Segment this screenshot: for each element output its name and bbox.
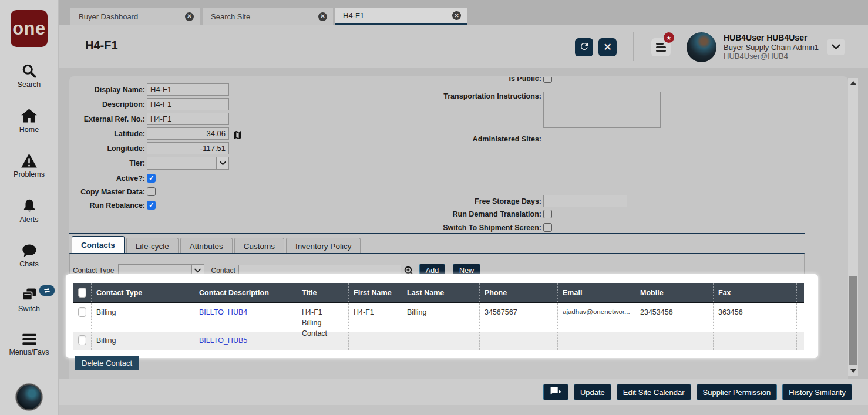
external-ref-input[interactable] <box>147 113 229 125</box>
column-header[interactable]: Title <box>297 283 348 302</box>
free-storage-days-input[interactable] <box>543 195 627 207</box>
transportation-instructions-textarea[interactable] <box>543 92 661 128</box>
switch-version-badge[interactable] <box>39 285 55 296</box>
description-input[interactable] <box>147 98 229 110</box>
assistant-avatar-button[interactable] <box>16 384 42 410</box>
active-checkbox[interactable] <box>147 174 156 183</box>
column-header[interactable]: Email <box>557 283 635 302</box>
row-checkbox[interactable] <box>78 307 86 317</box>
section-tabs: Contacts Life-cycle Attributes Customs I… <box>72 236 361 254</box>
tab-customs[interactable]: Customs <box>234 238 284 254</box>
sidebar-item-chats[interactable]: Chats <box>0 241 58 268</box>
cell-email: ajadhav@onenetwor... <box>557 303 635 329</box>
field-transportation: Transportation Instructions: <box>398 92 541 100</box>
column-header[interactable]: Contact Type <box>91 283 194 302</box>
sidebar-item-alerts[interactable]: Alerts <box>0 196 58 224</box>
copy-master-checkbox[interactable] <box>147 187 156 196</box>
cell-title: H4-F1 Billing Contact <box>297 303 348 329</box>
tab-life-cycle[interactable]: Life-cycle <box>126 238 179 254</box>
run-rebalance-checkbox[interactable] <box>147 201 156 210</box>
contact-description-link[interactable]: BILLTO_HUB4 <box>199 307 247 318</box>
field-label: Description: <box>76 100 145 109</box>
field-latitude: Latitude: <box>76 127 229 140</box>
field-label: Switch To Shipment Screen: <box>398 224 541 232</box>
table-row[interactable]: Billing BILLTO_HUB4 H4-F1 Billing Contac… <box>73 303 804 329</box>
tab-label: Buyer Dashboard <box>79 12 138 21</box>
map-icon[interactable] <box>233 131 243 143</box>
field-is-public-clipped: Is Public: <box>405 77 628 86</box>
tab-attributes[interactable]: Attributes <box>180 238 233 254</box>
select-all-checkbox[interactable] <box>78 288 86 298</box>
refresh-button[interactable] <box>575 38 593 56</box>
sidebar-item-label: Chats <box>19 260 39 268</box>
vertical-scrollbar[interactable] <box>848 78 858 376</box>
cell-contact-type: Billing <box>91 303 194 329</box>
supplier-permission-button[interactable]: Supplier Permission <box>697 384 778 400</box>
tab-label: Attributes <box>190 242 223 251</box>
scroll-down-arrow[interactable] <box>848 366 858 376</box>
column-header[interactable]: Contact Description <box>194 283 297 302</box>
scrollbar-thumb[interactable] <box>849 276 857 365</box>
cell-fax <box>713 332 796 350</box>
contact-description-link[interactable]: BILLTO_HUB5 <box>199 335 247 346</box>
field-label: Is Public: <box>405 77 541 83</box>
switch-shipment-checkbox[interactable] <box>543 223 552 232</box>
sidebar-item-menus-favs[interactable]: Menus/Favs <box>0 329 58 356</box>
is-public-checkbox[interactable] <box>543 77 552 83</box>
column-header[interactable]: Fax <box>713 283 796 302</box>
sidebar-item-label: Menus/Favs <box>9 348 49 356</box>
field-label: Administered Sites: <box>398 135 541 143</box>
row-checkbox[interactable] <box>78 335 86 345</box>
close-record-button[interactable]: ✕ <box>598 38 617 56</box>
tab-h4-f1[interactable]: H4-F1 ✕ <box>335 8 467 25</box>
one-logo[interactable]: one <box>11 10 48 47</box>
latitude-input[interactable] <box>147 127 229 140</box>
user-dropdown-button[interactable] <box>827 39 845 55</box>
close-icon: ✕ <box>603 41 611 53</box>
tab-contacts[interactable]: Contacts <box>72 236 125 254</box>
field-label: Display Name: <box>76 86 145 94</box>
close-icon[interactable]: ✕ <box>318 12 327 21</box>
tab-label: Life-cycle <box>136 242 169 251</box>
update-button[interactable]: Update <box>574 384 611 400</box>
field-label: Copy Master Data: <box>76 188 145 196</box>
cell-email <box>557 332 635 350</box>
edit-site-calendar-button[interactable]: Edit Site Calendar <box>617 384 691 400</box>
field-run-demand: Run Demand Translation: <box>398 210 552 218</box>
close-icon[interactable]: ✕ <box>185 12 194 21</box>
tab-search-site[interactable]: Search Site ✕ <box>203 8 333 25</box>
column-header[interactable]: First Name <box>348 283 402 302</box>
cell-first-name <box>348 332 402 350</box>
sidebar-item-search[interactable]: Search <box>0 61 58 89</box>
cell-fax: 363456 <box>713 303 796 329</box>
history-similarity-button[interactable]: History Similarity <box>782 384 852 400</box>
chat-icon <box>21 241 38 258</box>
field-display-name: Display Name: <box>76 83 229 96</box>
column-header[interactable]: Last Name <box>402 283 479 302</box>
column-header[interactable]: Phone <box>479 283 557 302</box>
field-free-storage: Free Storage Days: <box>398 195 627 207</box>
table-row[interactable]: Billing BILLTO_HUB5 <box>73 332 804 350</box>
display-name-input[interactable] <box>147 83 229 96</box>
cell-phone <box>479 332 557 350</box>
sidebar-item-problems[interactable]: Problems <box>0 151 58 178</box>
delete-contact-button[interactable]: Delete Contact <box>75 356 139 370</box>
chat-share-button[interactable] <box>543 384 568 400</box>
scroll-up-arrow[interactable] <box>848 78 858 87</box>
tab-buyer-dashboard[interactable]: Buyer Dashboard ✕ <box>70 8 200 25</box>
run-demand-checkbox[interactable] <box>543 210 552 218</box>
field-label: Longitude: <box>76 144 145 153</box>
warning-icon <box>21 151 38 168</box>
sidebar-item-switch[interactable]: Switch <box>0 285 58 313</box>
record-form-panel: Display Name: Description: External Ref.… <box>69 76 848 379</box>
cell-phone: 34567567 <box>479 303 557 329</box>
longitude-input[interactable] <box>147 142 229 154</box>
field-longitude: Longitude: <box>76 142 229 154</box>
column-header[interactable]: Mobile <box>635 283 713 302</box>
close-icon[interactable]: ✕ <box>452 11 461 20</box>
user-avatar[interactable] <box>687 32 716 62</box>
sidebar-item-home[interactable]: Home <box>0 106 58 134</box>
header-divider <box>633 32 634 61</box>
tier-select[interactable] <box>147 157 229 170</box>
tab-inventory-policy[interactable]: Inventory Policy <box>286 238 361 254</box>
